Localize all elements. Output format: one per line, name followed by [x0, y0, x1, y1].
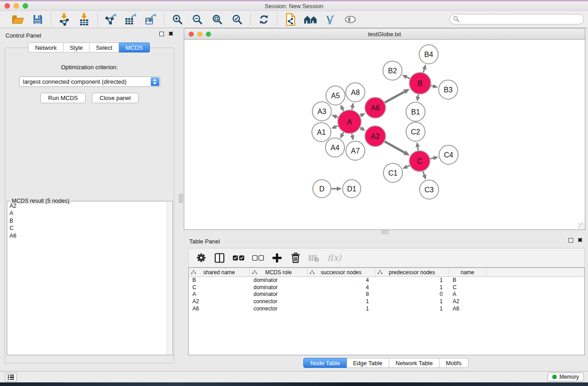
network-canvas[interactable]: B4B2BB3B1A5A8A6A3AA1C2A2A4A7CC4C1C3DD1: [184, 40, 585, 229]
optimization-criterion-select[interactable]: largest connected component (directed): [19, 76, 160, 87]
tab-mcds[interactable]: MCDS: [119, 43, 149, 52]
graph-node-A5[interactable]: A5: [326, 86, 345, 105]
open-session-icon[interactable]: [10, 13, 25, 26]
zoom-window-button[interactable]: [23, 3, 28, 9]
eye-icon[interactable]: [343, 13, 358, 26]
graph-edge-C-C3[interactable]: [422, 172, 426, 180]
zoom-out-icon[interactable]: [190, 13, 205, 26]
graph-node-A6[interactable]: A6: [365, 97, 386, 118]
close-panel-button[interactable]: Close panel: [92, 93, 139, 103]
graph-node-A8[interactable]: A8: [346, 83, 365, 102]
table-tab-edge-table[interactable]: Edge Table: [347, 358, 389, 368]
graph-node-A1[interactable]: A1: [312, 123, 331, 142]
graph-node-A2[interactable]: A2: [365, 126, 386, 147]
select-all-columns-icon[interactable]: [233, 252, 244, 264]
tab-network[interactable]: Network: [28, 43, 63, 52]
window-resize-grip[interactable]: [578, 223, 584, 229]
export-table-icon[interactable]: [123, 13, 139, 26]
table-row[interactable]: Bdominator41B: [189, 277, 584, 284]
table-tab-motifs[interactable]: Motifs: [440, 358, 468, 368]
graph-node-C3[interactable]: C3: [420, 180, 439, 199]
show-columns-icon[interactable]: [214, 252, 225, 264]
zoom-fit-icon[interactable]: [210, 13, 225, 26]
table-settings-gear-icon[interactable]: [196, 252, 206, 264]
table-row[interactable]: A2connector11A2: [189, 298, 584, 305]
create-column-icon[interactable]: [272, 252, 282, 264]
graph-edge-B-B4[interactable]: [422, 64, 426, 72]
network-minimize-button[interactable]: [197, 32, 202, 37]
float-table-panel-icon[interactable]: [569, 238, 573, 243]
graph-edge-A-A8[interactable]: [350, 103, 354, 110]
graph-node-A3[interactable]: A3: [312, 102, 331, 121]
save-session-icon[interactable]: [30, 13, 45, 26]
unselect-all-columns-icon[interactable]: [252, 252, 264, 264]
graph-node-A[interactable]: A: [338, 110, 361, 133]
graph-edge-C-C4[interactable]: [430, 156, 438, 160]
show-hide-panels-icon[interactable]: [303, 13, 318, 26]
column-header-predecessor-nodes[interactable]: predecessor nodes: [375, 268, 449, 276]
minimize-window-button[interactable]: [14, 3, 19, 9]
graphics-details-icon[interactable]: [323, 13, 338, 26]
export-network-icon[interactable]: [103, 13, 119, 26]
graph-edge-D-D1[interactable]: [331, 186, 342, 191]
close-table-panel-icon[interactable]: ✖: [578, 238, 583, 243]
column-header-shared-name[interactable]: shared name: [189, 268, 250, 276]
search-input[interactable]: [449, 14, 584, 24]
zoom-in-icon[interactable]: [170, 13, 185, 26]
graph-node-A4[interactable]: A4: [325, 138, 344, 157]
column-header-successor-nodes[interactable]: successor nodes: [307, 268, 375, 276]
export-image-icon[interactable]: [143, 13, 158, 26]
graph-node-C[interactable]: C: [409, 151, 430, 172]
graph-edge-A6-B[interactable]: [385, 89, 410, 103]
graph-node-B3[interactable]: B3: [439, 80, 458, 99]
graph-node-D1[interactable]: D1: [343, 180, 361, 198]
graph-edge-A-A1[interactable]: [331, 125, 338, 129]
graph-edge-B-B1[interactable]: [416, 95, 420, 102]
close-window-button[interactable]: [5, 3, 10, 9]
graph-edge-A2-C[interactable]: [385, 142, 410, 156]
result-item[interactable]: A: [7, 210, 167, 217]
mcds-result-scrollbar[interactable]: [167, 202, 172, 354]
import-network-icon[interactable]: [57, 13, 72, 26]
horizontal-divider-grip[interactable]: [382, 230, 388, 234]
graph-edge-A-A2[interactable]: [360, 126, 365, 131]
table-tab-node-table[interactable]: Node Table: [303, 358, 347, 368]
table-row[interactable]: Cdominator41C: [189, 284, 584, 291]
tab-select[interactable]: Select: [90, 43, 119, 52]
graph-edge-C-C1[interactable]: [402, 165, 410, 169]
result-item[interactable]: C: [7, 224, 167, 232]
graph-edge-A-A3[interactable]: [332, 115, 338, 119]
tab-style[interactable]: Style: [63, 43, 90, 52]
graph-node-B2[interactable]: B2: [383, 61, 402, 80]
graph-edge-C-C2[interactable]: [416, 142, 420, 150]
graph-node-C4[interactable]: C4: [439, 145, 458, 164]
network-close-button[interactable]: [189, 32, 194, 37]
task-history-button[interactable]: [5, 373, 17, 381]
table-row[interactable]: A6connector11A6: [189, 305, 584, 313]
graph-node-B1[interactable]: B1: [406, 102, 425, 121]
vertical-divider-grip[interactable]: [179, 194, 183, 203]
graph-node-D[interactable]: D: [313, 180, 331, 198]
table-tab-network-table[interactable]: Network Table: [389, 358, 440, 368]
graph-node-C1[interactable]: C1: [383, 163, 402, 182]
column-header-name[interactable]: name: [449, 268, 486, 276]
graph-edge-B-B3[interactable]: [431, 84, 438, 88]
graph-edge-A-A5[interactable]: [340, 105, 344, 111]
zoom-selected-icon[interactable]: [229, 13, 245, 26]
network-zoom-button[interactable]: [206, 32, 211, 37]
table-row[interactable]: Adominator80A: [189, 291, 584, 298]
result-item[interactable]: A6: [7, 232, 167, 239]
graph-node-B4[interactable]: B4: [419, 45, 438, 64]
result-item[interactable]: B: [7, 217, 167, 224]
network-from-selection-icon[interactable]: [283, 13, 298, 26]
float-panel-icon[interactable]: [159, 32, 164, 36]
delete-column-icon[interactable]: [290, 252, 301, 264]
graph-node-B[interactable]: B: [409, 72, 431, 94]
close-panel-icon[interactable]: ✖: [168, 32, 173, 36]
refresh-icon[interactable]: [256, 13, 272, 26]
graph-edge-A-A4[interactable]: [340, 133, 344, 138]
graph-edge-A-A7[interactable]: [350, 133, 354, 140]
column-header-MCDS-role[interactable]: MCDS role: [250, 268, 307, 276]
run-mcds-button[interactable]: Run MCDS: [40, 93, 86, 103]
graph-node-C2[interactable]: C2: [406, 122, 425, 141]
